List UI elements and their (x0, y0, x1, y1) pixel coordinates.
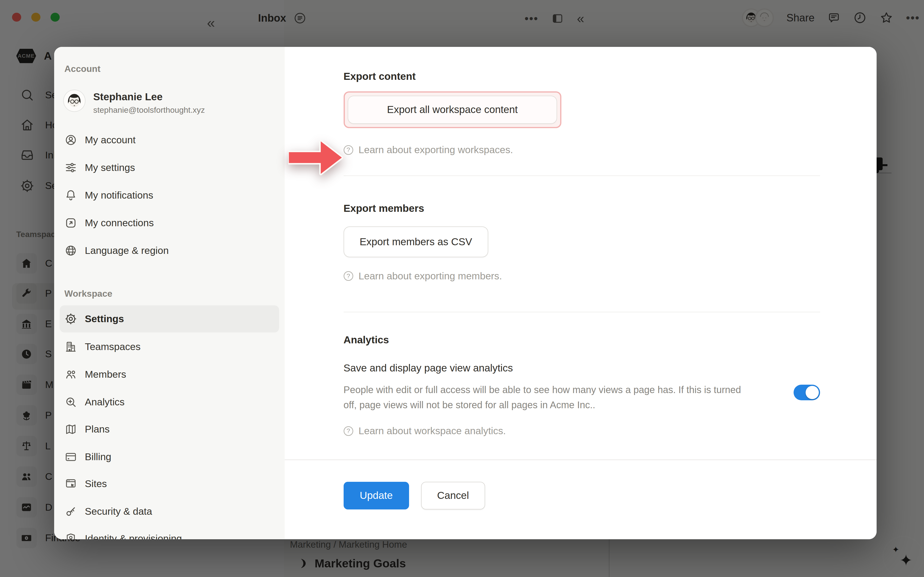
export-all-workspace-content-button[interactable]: Export all workspace content (348, 96, 557, 124)
key-icon (65, 505, 77, 518)
connections-icon (65, 217, 77, 229)
question-circle-icon: ? (344, 145, 353, 155)
sidebar-item-my-connections[interactable]: My connections (54, 209, 285, 237)
cancel-button[interactable]: Cancel (421, 482, 485, 509)
members-icon (65, 368, 77, 381)
export-content-heading: Export content (344, 71, 820, 82)
section-divider (344, 176, 820, 176)
sidebar-item-members[interactable]: Members (54, 361, 285, 388)
settings-modal: Account Stephanie Lee stephanie@toolsfor… (54, 47, 877, 539)
sidebar-item-my-notifications[interactable]: My notifications (54, 182, 285, 209)
export-members-heading: Export members (344, 202, 820, 214)
sidebar-item-language-region[interactable]: Language & region (54, 237, 285, 264)
gear-icon (65, 313, 77, 325)
workspace-section-label: Workspace (65, 288, 112, 299)
toggle-knob (806, 386, 819, 399)
sidebar-item-teamspaces[interactable]: Teamspaces (54, 333, 285, 361)
teamspaces-icon (65, 340, 77, 353)
screenshot-stage: « Inbox ••• « Share (0, 0, 924, 577)
sidebar-item-identity-provisioning[interactable]: Identity & provisioning (54, 525, 285, 539)
analytics-heading: Analytics (344, 334, 820, 346)
section-divider (344, 312, 820, 313)
export-members-help-link[interactable]: ? Learn about exporting members. (344, 271, 820, 282)
user-name: Stephanie Lee (94, 91, 205, 103)
export-workspaces-help-link[interactable]: ? Learn about exporting workspaces. (344, 144, 820, 156)
bell-icon (65, 189, 77, 202)
sidebar-item-settings[interactable]: Settings (60, 305, 279, 332)
settings-content: Export content Export all workspace cont… (285, 47, 877, 539)
person-circle-icon (65, 134, 77, 147)
sidebar-item-security-data[interactable]: Security & data (54, 498, 285, 525)
modal-footer: Update Cancel (344, 482, 820, 509)
footer-divider (285, 459, 877, 460)
export-members-csv-button[interactable]: Export members as CSV (344, 226, 488, 257)
question-circle-icon: ? (344, 426, 353, 436)
sidebar-item-billing[interactable]: Billing (54, 443, 285, 471)
globe-icon (65, 244, 77, 257)
analytics-setting-row: People with edit or full access will be … (344, 382, 820, 413)
sidebar-item-plans[interactable]: Plans (54, 416, 285, 443)
billing-icon (65, 451, 77, 463)
analytics-toggle[interactable] (793, 385, 820, 400)
settings-sidebar: Account Stephanie Lee stephanie@toolsfor… (54, 47, 285, 539)
analytics-setting-label: Save and display page view analytics (344, 362, 820, 374)
workspace-analytics-help-link[interactable]: ? Learn about workspace analytics. (344, 425, 820, 437)
identity-icon (65, 532, 77, 539)
annotation-arrow-icon (288, 139, 344, 176)
sliders-icon (65, 161, 77, 174)
analytics-description: People with edit or full access will be … (344, 382, 750, 413)
sites-icon (65, 477, 77, 490)
user-avatar (64, 90, 85, 111)
user-email: stephanie@toolsforthought.xyz (94, 105, 205, 115)
update-button[interactable]: Update (344, 482, 409, 509)
account-section-label: Account (65, 64, 100, 74)
sidebar-item-my-settings[interactable]: My settings (54, 154, 285, 182)
annotation-highlight-box: Export all workspace content (344, 91, 561, 128)
sidebar-item-sites[interactable]: Sites (54, 470, 285, 498)
sidebar-item-analytics[interactable]: Analytics (54, 388, 285, 416)
analytics-icon (65, 396, 77, 408)
question-circle-icon: ? (344, 271, 353, 281)
account-user-row[interactable]: Stephanie Lee stephanie@toolsforthought.… (64, 90, 205, 115)
sidebar-item-my-account[interactable]: My account (54, 126, 285, 154)
map-icon (65, 423, 77, 436)
